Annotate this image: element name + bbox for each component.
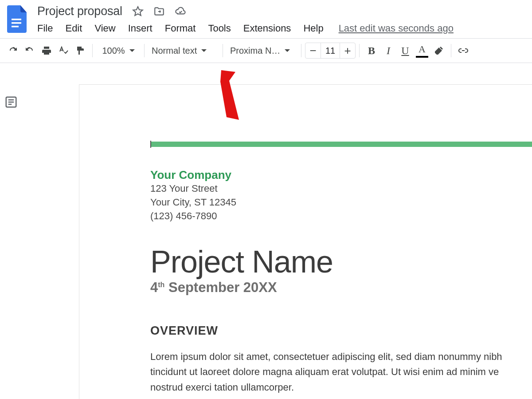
toolbar-separator [359, 44, 360, 57]
menu-file[interactable]: File [37, 23, 53, 34]
font-size-input[interactable] [321, 43, 340, 58]
date-day: 4 [150, 280, 158, 295]
font-size-control: − + [305, 43, 356, 59]
document-canvas[interactable]: Your Company 123 Your Street Your City, … [79, 84, 532, 399]
toolbar-separator [223, 44, 223, 57]
menu-view[interactable]: View [94, 23, 115, 34]
toolbar-separator [451, 44, 451, 57]
project-title[interactable]: Project Name [150, 244, 532, 280]
highlight-color-button[interactable] [430, 42, 447, 59]
overview-body[interactable]: Lorem ipsum dolor sit amet, consectetuer… [150, 349, 532, 395]
docs-logo[interactable] [5, 4, 28, 35]
document-outline-toggle[interactable] [4, 95, 18, 111]
last-edit-link[interactable]: Last edit was seconds ago [339, 23, 454, 34]
chevron-down-icon [129, 49, 135, 52]
print-button[interactable] [38, 42, 55, 59]
date-suffix: th [158, 281, 164, 288]
menu-bar: File Edit View Insert Format Tools Exten… [37, 23, 527, 34]
svg-rect-1 [12, 22, 21, 24]
phone-line[interactable]: (123) 456-7890 [150, 209, 532, 223]
app-header: Project proposal File Edit View Insert F… [0, 0, 532, 35]
font-value: Proxima N… [230, 46, 280, 56]
toolbar-separator [144, 44, 145, 57]
date-rest: September 20XX [164, 280, 277, 295]
menu-edit[interactable]: Edit [65, 23, 82, 34]
toolbar: 100% Normal text Proxima N… − + B I U A [0, 38, 532, 63]
move-folder-icon[interactable] [153, 6, 165, 17]
title-row: Project proposal [37, 4, 527, 18]
paragraph-style-value: Normal text [152, 46, 197, 56]
insert-link-button[interactable] [455, 42, 472, 59]
menu-tools[interactable]: Tools [208, 23, 231, 34]
menu-format[interactable]: Format [165, 23, 196, 34]
toolbar-separator [92, 44, 93, 57]
redo-button[interactable] [21, 42, 38, 59]
toolbar-separator [301, 44, 301, 57]
menu-insert[interactable]: Insert [128, 23, 153, 34]
docs-icon [6, 5, 27, 33]
svg-rect-0 [12, 19, 21, 20]
zoom-value: 100% [102, 46, 125, 56]
address-line-1[interactable]: 123 Your Street [150, 182, 532, 196]
spellcheck-button[interactable] [55, 42, 72, 59]
undo-button[interactable] [4, 42, 21, 59]
highlighter-icon [434, 45, 444, 56]
paint-format-button[interactable] [72, 42, 89, 59]
font-size-increase[interactable]: + [340, 43, 355, 58]
document-title[interactable]: Project proposal [37, 4, 122, 18]
star-icon[interactable] [132, 6, 144, 17]
underline-button[interactable]: U [397, 42, 414, 59]
zoom-dropdown[interactable]: 100% [96, 46, 141, 56]
link-icon [458, 45, 469, 56]
chevron-down-icon [285, 49, 290, 52]
cloud-saved-icon[interactable] [175, 6, 186, 17]
font-dropdown[interactable]: Proxima N… [227, 46, 297, 56]
chevron-down-icon [201, 49, 207, 52]
overview-heading[interactable]: OVERVIEW [150, 324, 532, 338]
company-name[interactable]: Your Company [150, 168, 532, 182]
text-color-button[interactable]: A [414, 42, 430, 59]
outline-icon [4, 95, 18, 109]
italic-button[interactable]: I [380, 42, 397, 59]
project-date[interactable]: 4th September 20XX [150, 280, 532, 296]
svg-rect-2 [12, 26, 19, 28]
bold-button[interactable]: B [363, 42, 380, 59]
italic-icon: I [387, 45, 390, 57]
title-area: Project proposal File Edit View Insert F… [37, 4, 527, 34]
menu-extensions[interactable]: Extensions [243, 23, 291, 34]
paragraph-style-dropdown[interactable]: Normal text [148, 46, 219, 56]
document-body: Your Company 123 Your Street Your City, … [79, 85, 532, 395]
text-color-icon: A [416, 43, 428, 58]
font-size-decrease[interactable]: − [305, 43, 321, 58]
bold-icon: B [368, 45, 375, 57]
menu-help[interactable]: Help [303, 23, 323, 34]
underline-icon: U [401, 45, 409, 57]
address-line-2[interactable]: Your City, ST 12345 [150, 196, 532, 209]
